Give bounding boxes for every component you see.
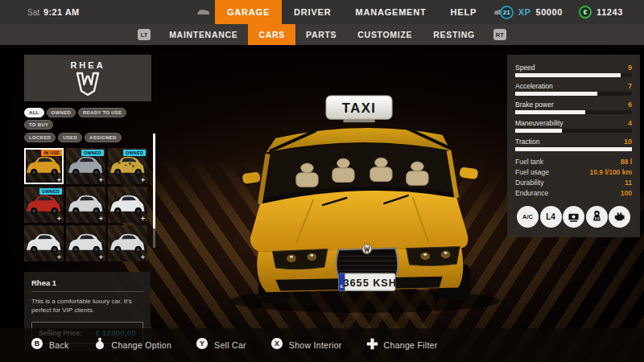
car-slot-2[interactable]: OWNED+ — [66, 148, 105, 184]
stat-label: Acceleration — [515, 82, 553, 90]
plate-number: 3655 KSH — [344, 277, 397, 289]
hint-show-interior[interactable]: XShow Interior — [270, 337, 342, 353]
filter-to-buy[interactable]: TO BUY — [24, 120, 53, 130]
license-plate: E 3655 KSH — [339, 274, 397, 291]
detail-label: Fuel tank — [515, 158, 543, 166]
hint-sell-car[interactable]: YSell Car — [196, 337, 246, 353]
stat-label: Speed — [515, 64, 535, 72]
detail-label: Endurance — [515, 189, 548, 197]
stat-bar-track — [515, 147, 632, 151]
stat-details: Fuel tank88 lFuel usage10.9 l/100 kmDura… — [515, 158, 632, 197]
car-slot-1[interactable]: IN USE+ — [24, 148, 64, 184]
headlight-right — [407, 247, 460, 266]
svg-text:X: X — [275, 339, 279, 348]
vehicle-3d-view[interactable]: TAXI — [219, 77, 502, 319]
hint-back[interactable]: BBack — [31, 337, 69, 353]
euro-coin-icon: € — [579, 6, 592, 19]
expand-plus-icon: + — [99, 177, 103, 184]
top-bar: Sat 9:21 AM GARAGEDRIVERMANAGEMENTHELP 2… — [0, 0, 644, 24]
hint-change-filter[interactable]: Change Filter — [366, 338, 438, 353]
time-label: 9:21 AM — [43, 7, 80, 17]
car-slot-7[interactable]: + — [24, 225, 64, 261]
stat-traction: Traction10 — [515, 138, 632, 151]
stat-maneuverability: Maneuverability4 — [515, 119, 632, 133]
filter-row-2: LOCKEDUSEDASSIGNED — [24, 133, 153, 142]
stat-bar-track — [515, 92, 632, 96]
car-slot-3[interactable]: OWNED+ — [108, 148, 147, 184]
brand-name: RHEA — [70, 60, 105, 70]
hint-label: Back — [49, 340, 69, 350]
detail-fuel-tank: Fuel tank88 l — [515, 158, 632, 166]
stat-bar-fill — [515, 147, 632, 151]
main-tab-help[interactable]: HELP — [439, 0, 489, 24]
brand-box: RHEA — [24, 55, 151, 101]
car-name: Rhea 1 — [31, 278, 143, 292]
stat-bar-fill — [515, 129, 562, 133]
car-grid-scrollbar[interactable] — [153, 134, 155, 248]
sub-tab-resting[interactable]: RESTING — [423, 24, 485, 45]
car-list-panel: RHEA ALLOWNEDREADY TO USETO BUY LOCKEDUS… — [24, 55, 153, 351]
car-slot-6[interactable]: + — [108, 187, 147, 223]
detail-endurance: Endurance100 — [515, 189, 632, 197]
filter-locked[interactable]: LOCKED — [24, 133, 56, 142]
expand-plus-icon: + — [99, 254, 103, 261]
sub-tab-cars[interactable]: CARS — [248, 24, 295, 45]
filter-ready-to-use[interactable]: READY TO USE — [78, 108, 126, 117]
car-slot-9[interactable]: + — [108, 225, 147, 261]
right-trigger-icon[interactable]: RT — [493, 29, 506, 40]
taxi-sign-text: TAXI — [342, 101, 376, 116]
stat-bars: Speed9Acceleration7Brake power6Maneuvera… — [515, 64, 632, 151]
main-tab-garage[interactable]: GARAGE — [215, 0, 282, 24]
left-trigger-icon[interactable]: LT — [138, 29, 151, 40]
money-value: 11243 — [597, 7, 623, 17]
detail-fuel-usage: Fuel usage10.9 l/100 km — [515, 168, 632, 176]
stat-value: 9 — [628, 64, 632, 72]
hint-change-option[interactable]: Change Option — [93, 337, 172, 353]
garage-sub-nav: LT MAINTENANCECARSPARTSCUSTOMIZERESTING … — [0, 24, 644, 45]
left-stick-icon — [93, 337, 106, 353]
garage-cars-screen: TAXI — [0, 0, 644, 362]
stat-label: Traction — [515, 138, 539, 146]
clock: Sat 9:21 AM — [27, 0, 80, 24]
stat-acceleration: Acceleration7 — [515, 82, 632, 96]
filter-assigned[interactable]: ASSIGNED — [85, 133, 122, 142]
detail-value: 100 — [621, 189, 632, 197]
controller-hints-bar: BBackChange OptionYSell CarXShow Interio… — [0, 328, 644, 362]
car-slot-5[interactable]: + — [66, 187, 105, 223]
stat-label: Maneuverability — [515, 119, 564, 127]
filter-all[interactable]: ALL — [24, 108, 44, 117]
headlight-left — [272, 249, 327, 269]
left-bumper-icon[interactable] — [196, 8, 210, 16]
car-stats-panel: Speed9Acceleration7Brake power6Maneuvera… — [507, 55, 640, 237]
car-slot-4[interactable]: OWNED+ — [24, 187, 64, 223]
side-mirror-left — [242, 171, 261, 184]
ac-icon: A/C — [517, 206, 539, 228]
sub-tab-parts[interactable]: PARTS — [295, 24, 347, 45]
svg-text:Y: Y — [200, 339, 204, 348]
b-button-icon: B — [31, 337, 43, 353]
stat-bar-track — [515, 73, 632, 77]
main-tab-management[interactable]: MANAGEMENT — [343, 0, 438, 24]
car-badge-in-use: IN USE — [41, 150, 62, 156]
stat-bar-track — [515, 110, 632, 114]
car-badge-owned: OWNED — [81, 150, 104, 156]
detail-label: Fuel usage — [515, 168, 549, 176]
filter-used[interactable]: USED — [58, 133, 82, 142]
engine-block-icon — [609, 206, 630, 228]
stat-value: 10 — [624, 138, 632, 146]
day-label: Sat — [27, 8, 39, 17]
main-tab-driver[interactable]: DRIVER — [282, 0, 343, 24]
level-badge: 21 — [500, 6, 514, 19]
engine-l4-icon: L4 — [540, 206, 562, 228]
car-slot-8[interactable]: + — [66, 225, 105, 261]
detail-durability: Durability11 — [515, 179, 632, 187]
sub-tab-customize[interactable]: CUSTOMIZE — [347, 24, 423, 45]
sub-tab-maintenance[interactable]: MAINTENANCE — [159, 24, 248, 45]
expand-plus-icon: + — [141, 177, 145, 184]
filter-owned[interactable]: OWNED — [47, 108, 76, 117]
stat-brake-power: Brake power6 — [515, 101, 632, 114]
side-mirror-right — [459, 167, 478, 179]
detail-value: 11 — [625, 179, 632, 187]
expand-plus-icon: + — [99, 216, 103, 223]
stat-bar-track — [515, 129, 632, 133]
